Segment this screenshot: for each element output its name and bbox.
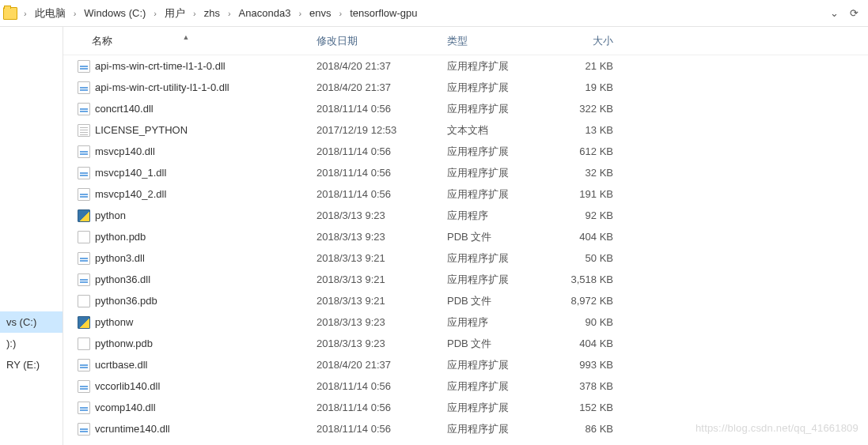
- file-name: ucrtbase.dll: [95, 359, 147, 371]
- chevron-right-icon[interactable]: ›: [336, 9, 346, 18]
- breadcrumb-item[interactable]: tensorflow-gpu: [345, 0, 422, 26]
- file-row[interactable]: python36.dll2018/3/13 9:21应用程序扩展3,518 KB: [63, 269, 868, 290]
- breadcrumb-item[interactable]: Anaconda3: [234, 0, 296, 26]
- address-bar[interactable]: › 此电脑›Windows (C:)›用户›zhs›Anaconda3›envs…: [0, 0, 868, 27]
- file-name: msvcp140.dll: [95, 145, 155, 157]
- column-header-name[interactable]: 名称 ▲: [63, 34, 309, 48]
- file-name: python3.dll: [95, 252, 145, 264]
- file-size: 612 KB: [550, 145, 621, 157]
- file-size: 90 KB: [550, 316, 621, 328]
- column-header-type[interactable]: 类型: [439, 34, 550, 48]
- file-date: 2017/12/19 12:53: [309, 124, 439, 136]
- file-type: 应用程序扩展: [439, 59, 550, 74]
- file-row[interactable]: msvcp140.dll2018/11/14 0:56应用程序扩展612 KB: [63, 141, 868, 162]
- file-date: 2018/11/14 0:56: [309, 423, 439, 435]
- file-name: vcruntime140.dll: [95, 423, 170, 435]
- chevron-right-icon[interactable]: ›: [21, 9, 30, 18]
- pdb-file-icon: [78, 231, 90, 243]
- dll-file-icon: [78, 273, 90, 286]
- pdb-file-icon: [78, 338, 90, 350]
- file-row[interactable]: msvcp140_2.dll2018/11/14 0:56应用程序扩展191 K…: [63, 183, 868, 205]
- file-row[interactable]: pythonw2018/3/13 9:23应用程序90 KB: [63, 311, 868, 333]
- file-type: 应用程序扩展: [439, 273, 550, 287]
- chevron-right-icon[interactable]: ›: [225, 9, 234, 18]
- dll-file-icon: [78, 60, 90, 73]
- breadcrumb-item[interactable]: Windows (C:): [79, 0, 150, 26]
- file-date: 2018/11/14 0:56: [309, 103, 439, 115]
- file-row[interactable]: concrt140.dll2018/11/14 0:56应用程序扩展322 KB: [63, 98, 868, 119]
- file-date: 2018/3/13 9:21: [309, 295, 439, 307]
- breadcrumb-item[interactable]: 用户: [160, 0, 190, 26]
- txt-file-icon: [78, 124, 90, 137]
- dll-file-icon: [78, 380, 90, 393]
- file-row[interactable]: vccorlib140.dll2018/11/14 0:56应用程序扩展378 …: [63, 375, 868, 397]
- file-name: api-ms-win-crt-utility-l1-1-0.dll: [95, 81, 229, 93]
- file-date: 2018/3/13 9:21: [309, 252, 439, 264]
- breadcrumb-item[interactable]: zhs: [199, 0, 225, 26]
- file-size: 32 KB: [550, 167, 621, 179]
- file-row[interactable]: python3.dll2018/3/13 9:21应用程序扩展50 KB: [63, 247, 868, 269]
- file-type: 应用程序扩展: [439, 251, 550, 266]
- file-name: vccorlib140.dll: [95, 380, 160, 392]
- file-type: 应用程序扩展: [439, 102, 550, 116]
- file-row[interactable]: ucrtbase.dll2018/4/20 21:37应用程序扩展993 KB: [63, 354, 868, 375]
- file-list: 名称 ▲ 修改日期 类型 大小 api-ms-win-crt-time-l1-1…: [63, 27, 868, 445]
- refresh-icon[interactable]: ⟳: [847, 4, 862, 22]
- file-name: python36.pdb: [95, 295, 157, 307]
- dll-file-icon: [78, 103, 90, 115]
- file-size: 404 KB: [550, 231, 621, 243]
- dll-file-icon: [78, 145, 90, 158]
- file-row[interactable]: api-ms-win-crt-time-l1-1-0.dll2018/4/20 …: [63, 55, 868, 77]
- file-name: python: [95, 209, 126, 221]
- navigation-pane[interactable]: vs (C:)):)RY (E:): [0, 27, 63, 445]
- file-size: 993 KB: [550, 359, 621, 371]
- breadcrumb-item[interactable]: envs: [305, 0, 335, 26]
- file-row[interactable]: vcruntime140.dll2018/11/14 0:56应用程序扩展86 …: [63, 418, 868, 439]
- file-name: python36.dll: [95, 273, 150, 285]
- column-header-size[interactable]: 大小: [550, 34, 621, 48]
- file-name: msvcp140_1.dll: [95, 167, 166, 179]
- file-date: 2018/3/13 9:23: [309, 316, 439, 328]
- file-date: 2018/3/13 9:23: [309, 231, 439, 243]
- file-name: concrt140.dll: [95, 103, 154, 115]
- nav-drive-item[interactable]: vs (C:): [0, 311, 63, 333]
- file-row[interactable]: python36.pdb2018/3/13 9:21PDB 文件8,972 KB: [63, 290, 868, 311]
- column-header-label: 名称: [92, 35, 112, 47]
- file-date: 2018/11/14 0:56: [309, 167, 439, 179]
- nav-drive-item[interactable]: ):): [0, 333, 63, 354]
- chevron-right-icon[interactable]: ›: [295, 9, 305, 18]
- exe-file-icon: [78, 316, 90, 329]
- chevron-right-icon[interactable]: ›: [190, 9, 199, 18]
- file-type: PDB 文件: [439, 294, 550, 308]
- pdb-file-icon: [78, 295, 90, 307]
- file-row[interactable]: vcomp140.dll2018/11/14 0:56应用程序扩展152 KB: [63, 397, 868, 418]
- file-name: pythonw: [95, 316, 133, 328]
- file-date: 2018/3/13 9:23: [309, 209, 439, 221]
- file-date: 2018/11/14 0:56: [309, 402, 439, 413]
- column-header-date[interactable]: 修改日期: [309, 34, 439, 48]
- file-name: pythonw.pdb: [95, 338, 153, 349]
- file-date: 2018/11/14 0:56: [309, 145, 439, 157]
- file-row[interactable]: python2018/3/13 9:23应用程序92 KB: [63, 205, 868, 226]
- file-date: 2018/11/14 0:56: [309, 188, 439, 200]
- file-type: 应用程序扩展: [439, 187, 550, 202]
- file-row[interactable]: LICENSE_PYTHON2017/12/19 12:53文本文档13 KB: [63, 119, 868, 141]
- file-size: 404 KB: [550, 338, 621, 349]
- file-size: 86 KB: [550, 423, 621, 435]
- file-type: 应用程序扩展: [439, 145, 550, 159]
- file-date: 2018/4/20 21:37: [309, 60, 439, 72]
- chevron-right-icon[interactable]: ›: [150, 9, 160, 18]
- file-row[interactable]: pythonw.pdb2018/3/13 9:23PDB 文件404 KB: [63, 333, 868, 354]
- file-size: 19 KB: [550, 81, 621, 93]
- file-type: 应用程序扩展: [439, 358, 550, 372]
- file-row[interactable]: msvcp140_1.dll2018/11/14 0:56应用程序扩展32 KB: [63, 162, 868, 183]
- file-type: 文本文档: [439, 123, 550, 138]
- breadcrumb-item[interactable]: 此电脑: [30, 0, 70, 26]
- chevron-right-icon[interactable]: ›: [70, 9, 80, 18]
- expand-dropdown-icon[interactable]: ⌄: [827, 4, 842, 22]
- file-row[interactable]: python.pdb2018/3/13 9:23PDB 文件404 KB: [63, 226, 868, 247]
- nav-drive-item[interactable]: RY (E:): [0, 354, 63, 375]
- file-size: 8,972 KB: [550, 295, 621, 307]
- dll-file-icon: [78, 359, 90, 371]
- file-row[interactable]: api-ms-win-crt-utility-l1-1-0.dll2018/4/…: [63, 77, 868, 98]
